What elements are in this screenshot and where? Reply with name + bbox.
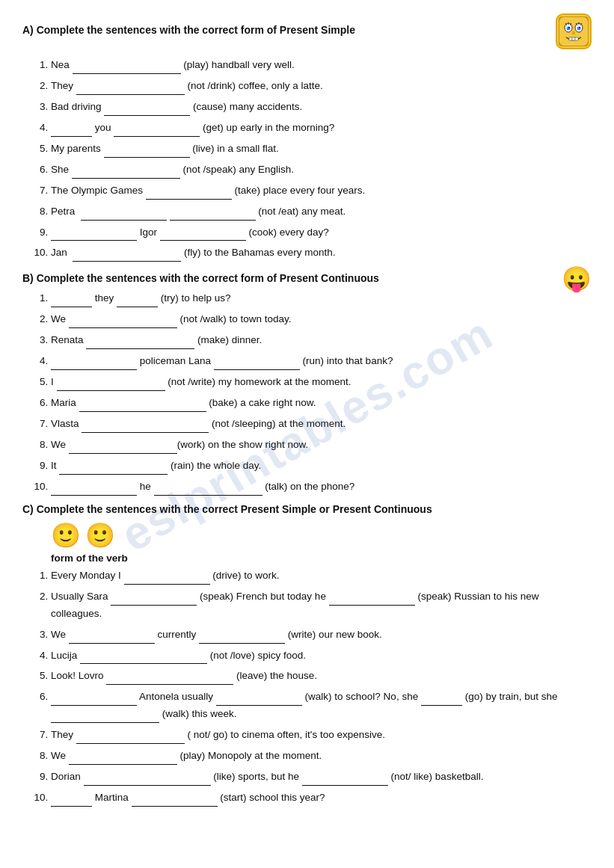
blank [51,360,137,370]
list-item: Every Monday I (drive) to work. [51,567,592,585]
smiley-emoji-1: 🙂 [51,521,81,550]
blank [76,733,185,744]
blank [111,595,197,606]
blank [154,485,263,496]
blank [117,297,158,307]
blank [73,251,181,262]
sponge-emoji [556,13,592,49]
blank [170,210,256,221]
list-item: Usually Sara (speak) French but today he… [51,588,592,623]
svg-point-3 [567,27,571,31]
blank [114,126,200,137]
list-item: I (not /write) my homework at the moment… [51,374,592,391]
section-c-sublabel: form of the verb [22,552,592,564]
list-item: We (not /walk) to town today. [51,311,592,328]
list-item: Maria (bake) a cake right now. [51,395,592,412]
list-item: Nea (play) handball very well. [51,57,592,74]
blank [69,318,177,328]
blank [51,297,92,307]
blank [69,754,177,765]
blank [84,775,211,786]
list-item: they (try) to help us? [51,290,592,307]
list-item: Jan (fly) to the Bahamas every month. [51,244,592,262]
list-item: Renata (make) dinner. [51,332,592,349]
blank [124,574,210,585]
blank [57,381,165,391]
blank [69,443,177,454]
list-item: The Olympic Games (take) place every fou… [51,182,592,200]
blank [76,84,185,95]
smiley-emoji-2: 🙂 [85,521,115,550]
blank [81,210,167,221]
blank [199,633,285,644]
section-c-list: Every Monday I (drive) to work. Usually … [22,567,592,807]
blank [51,695,137,706]
blank [214,360,300,370]
section-b-title: B) Complete the sentences with the corre… [22,272,592,284]
blank [51,126,92,137]
blank [69,633,155,644]
list-item: We (work) on the show right now. [51,437,592,454]
list-item: They (not /drink) coffee, only a latte. [51,78,592,95]
blank [86,339,194,349]
blank [106,674,233,685]
list-item: Igor (cook) every day? [51,224,592,241]
blank [421,695,462,706]
blank [104,105,190,116]
svg-point-4 [577,27,581,31]
list-item: policeman Lana (run) into that bank? [51,353,592,370]
list-item: you (get) up early in the morning? [51,120,592,137]
section-b-list: they (try) to help us? We (not /walk) to… [22,290,592,495]
blank [59,464,168,475]
list-item: It (rain) the whole day. [51,458,592,475]
list-item: Lucija (not /love) spicy food. [51,647,592,665]
blank [51,485,137,496]
blank [79,401,206,412]
blank [302,775,388,786]
blank [329,595,415,606]
list-item: My parents (live) in a small flat. [51,141,592,158]
list-item: They ( not/ go) to cinema often, it's to… [51,727,592,744]
svg-rect-16 [575,37,578,40]
list-item: Look! Lovro (leave) the house. [51,668,592,685]
blank [51,796,92,807]
svg-point-13 [572,31,575,35]
blank [160,230,246,241]
header-row: A) Complete the sentences with the corre… [22,13,592,49]
svg-rect-15 [572,37,575,40]
list-item: We currently (write) our new book. [51,627,592,644]
blank [132,796,218,807]
list-item: Petra (not /eat) any meat. [51,203,592,221]
list-item: Bad driving (cause) many accidents. [51,99,592,116]
section-a-title: A) Complete the sentences with the corre… [22,24,355,36]
list-item: Antonela usually (walk) to school? No, s… [51,689,592,723]
section-a-list: Nea (play) handball very well. They (not… [22,57,592,262]
blank [72,168,180,179]
list-item: Dorian (like) sports, but he (not/ like)… [51,769,592,786]
list-item: Vlasta (not /sleeping) at the moment. [51,416,592,433]
blank [51,712,159,723]
blank [216,695,302,706]
list-item: We (play) Monopoly at the moment. [51,748,592,765]
list-item: She (not /speak) any English. [51,161,592,179]
list-item: he (talk) on the phone? [51,478,592,496]
blank [146,189,232,200]
list-item: Martina (start) school this year? [51,789,592,807]
blank [104,147,190,158]
tongue-emoji: 😛 [562,265,592,293]
blank [73,64,181,74]
blank [80,653,207,664]
svg-point-5 [568,27,570,28]
section-c-title: C) Complete the sentences with the corre… [22,503,592,515]
svg-rect-14 [569,37,572,40]
emoji-row: 🙂 🙂 [22,521,592,550]
blank [51,230,137,241]
svg-point-6 [579,27,580,28]
blank [82,422,209,433]
